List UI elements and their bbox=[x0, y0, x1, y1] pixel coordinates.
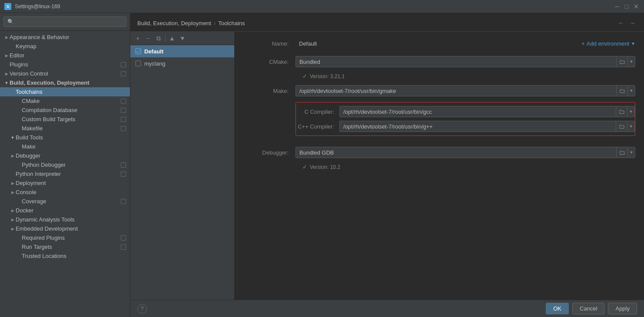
tc-down-button[interactable]: ▼ bbox=[178, 33, 187, 43]
search-input[interactable] bbox=[3, 17, 126, 27]
help-button[interactable]: ? bbox=[137, 304, 147, 314]
tc-item-icon-default bbox=[135, 48, 142, 55]
sidebar-item-label-compilation-db: Compilation Database bbox=[22, 107, 77, 113]
tree-arrow-debugger: ▶ bbox=[10, 153, 16, 159]
sidebar-item-make[interactable]: ▶ Make bbox=[0, 142, 130, 151]
toolchain-panel: + − ⧉ ▲ ▼ bbox=[130, 32, 644, 300]
tc-toolbar-divider bbox=[165, 35, 166, 42]
sidebar-item-compilation-db[interactable]: ▶ Compilation Database bbox=[0, 106, 130, 115]
sidebar-item-coverage[interactable]: ▶ Coverage bbox=[0, 197, 130, 206]
make-dropdown-button[interactable]: ▼ bbox=[627, 85, 635, 96]
apply-button[interactable]: Apply bbox=[608, 303, 637, 314]
main-container: ▶ Appearance & Behavior ▶ Keymap ▶ Edito… bbox=[0, 13, 644, 317]
maximize-button[interactable]: □ bbox=[623, 3, 630, 10]
toolchain-item-default[interactable]: Default bbox=[130, 45, 234, 57]
tc-up-button[interactable]: ▲ bbox=[167, 33, 177, 43]
compiler-label-spacer bbox=[243, 102, 295, 141]
sidebar-item-build-tools[interactable]: ▼ Build Tools bbox=[0, 133, 130, 142]
sidebar-item-cmake[interactable]: ▶ CMake bbox=[0, 96, 130, 106]
sidebar-item-python-debugger[interactable]: ▶ Python Debugger bbox=[0, 160, 130, 169]
content-header: Build, Execution, Deployment › Toolchain… bbox=[130, 13, 644, 32]
nav-forward-button[interactable]: → bbox=[627, 18, 637, 28]
sidebar-item-label-vc: Version Control bbox=[10, 70, 48, 77]
debugger-version-text: Version: 10.2 bbox=[310, 164, 340, 170]
sidebar-item-run-targets[interactable]: ▶ Run Targets bbox=[0, 242, 130, 251]
cancel-button[interactable]: Cancel bbox=[572, 303, 604, 314]
debugger-field: Bundled GDB ▼ bbox=[295, 147, 635, 158]
sidebar-item-label-required-plugins: Required Plugins bbox=[22, 234, 65, 241]
tree-arrow-appearance: ▶ bbox=[3, 34, 10, 40]
tc-add-button[interactable]: + bbox=[133, 33, 143, 43]
sidebar-item-plugins[interactable]: ▶ Plugins bbox=[0, 60, 130, 69]
cmake-folder-button[interactable] bbox=[616, 56, 627, 67]
c-compiler-row: C Compiler: /opt/rh/devtoolset-7/root/us… bbox=[296, 106, 635, 117]
sidebar-item-docker[interactable]: ▶ Docker bbox=[0, 206, 130, 215]
tree-arrow-dep: ▶ bbox=[10, 180, 16, 186]
nav-back-button[interactable]: ← bbox=[616, 18, 626, 28]
titlebar-title: Settings@linux-169 bbox=[15, 3, 60, 10]
sidebar-item-version-control[interactable]: ▶ Version Control bbox=[0, 69, 130, 78]
sidebar-item-editor[interactable]: ▶ Editor bbox=[0, 51, 130, 60]
sidebar-item-appearance[interactable]: ▶ Appearance & Behavior bbox=[0, 33, 130, 42]
cmake-dropdown-button[interactable]: ▼ bbox=[627, 56, 635, 67]
close-button[interactable]: ✕ bbox=[633, 3, 640, 10]
breadcrumb-separator: › bbox=[214, 20, 216, 26]
sidebar-item-build-exec[interactable]: ▼ Build, Execution, Deployment bbox=[0, 78, 130, 87]
c-compiler-folder-button[interactable] bbox=[616, 106, 627, 117]
debugger-version-check-icon: ✓ bbox=[302, 164, 307, 170]
cpp-compiler-folder-button[interactable] bbox=[616, 121, 627, 132]
name-label: Name: bbox=[243, 40, 295, 47]
sidebar-item-console[interactable]: ▶ Console bbox=[0, 188, 130, 197]
debugger-dropdown-button[interactable]: ▼ bbox=[627, 147, 635, 158]
sidebar-item-deployment[interactable]: ▶ Deployment bbox=[0, 178, 130, 188]
sidebar-item-required-plugins[interactable]: ▶ Required Plugins bbox=[0, 233, 130, 242]
sidebar-item-dynamic-analysis[interactable]: ▶ Dynamic Analysis Tools bbox=[0, 215, 130, 224]
sidebar: ▶ Appearance & Behavior ▶ Keymap ▶ Edito… bbox=[0, 13, 130, 317]
sidebar-item-embedded[interactable]: ▶ Embedded Development bbox=[0, 224, 130, 233]
sidebar-item-label-dynamic-analysis: Dynamic Analysis Tools bbox=[16, 216, 75, 223]
debugger-folder-button[interactable] bbox=[616, 147, 627, 158]
cmake-badge bbox=[120, 98, 126, 104]
sidebar-item-toolchains[interactable]: ▶ Toolchains bbox=[0, 87, 130, 96]
c-compiler-dropdown-button[interactable]: ▼ bbox=[627, 106, 635, 117]
ok-button[interactable]: OK bbox=[546, 303, 569, 314]
tc-copy-button[interactable]: ⧉ bbox=[154, 33, 163, 43]
tree-arrow-emb: ▶ bbox=[10, 226, 16, 232]
make-label: Make: bbox=[243, 88, 295, 94]
make-folder-button[interactable] bbox=[616, 85, 627, 96]
make-value: /opt/rh/devtoolset-7/root/usr/bin/gmake bbox=[295, 85, 616, 96]
sidebar-item-custom-build[interactable]: ▶ Custom Build Targets bbox=[0, 115, 130, 124]
minimize-button[interactable]: ─ bbox=[614, 3, 621, 10]
add-environment-button[interactable]: + Add environment ▼ bbox=[581, 40, 635, 47]
sidebar-item-label-make: Make bbox=[22, 143, 36, 150]
sidebar-item-makefile[interactable]: ▶ Makefile bbox=[0, 124, 130, 133]
tree-arrow-build: ▼ bbox=[3, 80, 10, 86]
tree-arrow-console: ▶ bbox=[10, 189, 16, 195]
cov-badge bbox=[120, 198, 126, 205]
vc-badge bbox=[120, 71, 126, 77]
titlebar-controls[interactable]: ─ □ ✕ bbox=[614, 3, 640, 10]
sidebar-item-label-embedded: Embedded Development bbox=[16, 225, 78, 232]
sidebar-item-label-trusted-locations: Trusted Locations bbox=[22, 253, 66, 259]
sidebar-item-label-plugins: Plugins bbox=[10, 61, 28, 68]
sidebar-item-label-keymap: Keymap bbox=[16, 43, 37, 50]
debugger-label: Debugger: bbox=[243, 149, 295, 156]
cpp-compiler-dropdown-button[interactable]: ▼ bbox=[627, 121, 635, 132]
debugger-version-row: ✓ Version: 10.2 bbox=[243, 164, 635, 170]
compiler-section-wrapper: C Compiler: /opt/rh/devtoolset-7/root/us… bbox=[243, 102, 635, 141]
sidebar-item-trusted-locations[interactable]: ▶ Trusted Locations bbox=[0, 251, 130, 261]
cbt-badge bbox=[120, 116, 126, 122]
sidebar-item-keymap[interactable]: ▶ Keymap bbox=[0, 42, 130, 51]
tc-remove-button[interactable]: − bbox=[143, 33, 153, 43]
toolchain-item-myclang[interactable]: myclang bbox=[130, 57, 234, 69]
sidebar-item-label-custom-build: Custom Build Targets bbox=[22, 116, 75, 122]
add-env-chevron: ▼ bbox=[631, 41, 635, 46]
sidebar-item-debugger[interactable]: ▶ Debugger bbox=[0, 151, 130, 160]
name-value: Default bbox=[295, 39, 581, 49]
sidebar-item-python-interpreter[interactable]: ▶ Python Interpreter bbox=[0, 169, 130, 178]
dialog-footer: ? OK Cancel Apply bbox=[130, 300, 644, 317]
rp-badge bbox=[120, 235, 126, 241]
add-env-label: Add environment bbox=[587, 40, 629, 47]
toolchain-items: Default myclang bbox=[130, 45, 234, 300]
cpp-compiler-value: /opt/rh/devtoolset-7/root/usr/bin/g++ bbox=[339, 121, 616, 132]
